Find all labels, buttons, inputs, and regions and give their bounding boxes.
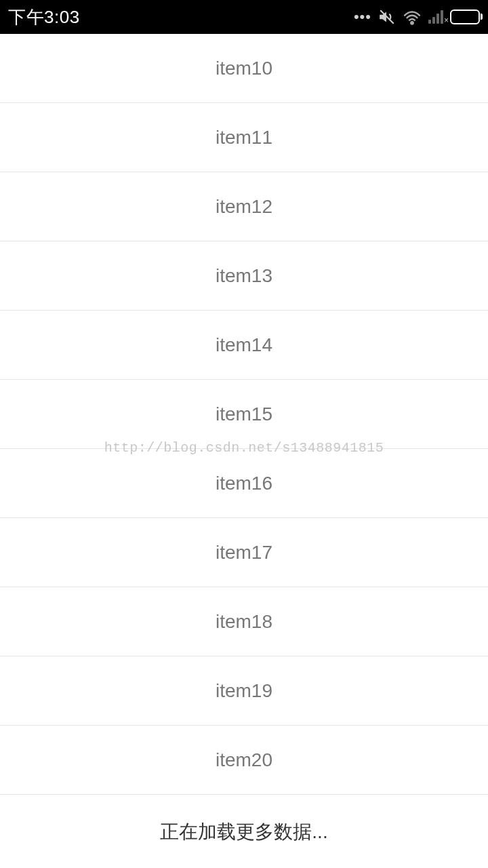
list-item-label: item16 bbox=[216, 473, 272, 494]
list-item[interactable]: item16 bbox=[0, 449, 488, 518]
list-item[interactable]: item13 bbox=[0, 241, 488, 311]
list-item-label: item20 bbox=[216, 749, 272, 771]
list-item-label: item11 bbox=[216, 127, 272, 149]
status-icons: ••• × bbox=[354, 8, 480, 26]
list-item-label: item10 bbox=[216, 58, 272, 79]
loading-footer: 正在加载更多数据... bbox=[0, 795, 488, 868]
list-item[interactable]: item10 bbox=[0, 34, 488, 103]
list-item-label: item18 bbox=[216, 611, 272, 633]
battery-icon bbox=[450, 9, 480, 24]
list-item[interactable]: item18 bbox=[0, 587, 488, 656]
list-item[interactable]: item12 bbox=[0, 172, 488, 241]
cellular-signal-icon: × bbox=[428, 10, 443, 24]
list-item-label: item12 bbox=[216, 196, 272, 218]
status-bar: 下午3:03 ••• × bbox=[0, 0, 488, 34]
list-item-label: item14 bbox=[216, 334, 272, 356]
list-item-label: item13 bbox=[216, 265, 272, 287]
more-icon: ••• bbox=[354, 8, 371, 26]
list-item-label: item15 bbox=[216, 403, 272, 425]
list-item[interactable]: item20 bbox=[0, 726, 488, 795]
list-item[interactable]: item15 bbox=[0, 380, 488, 449]
list-item[interactable]: item19 bbox=[0, 656, 488, 726]
svg-point-1 bbox=[411, 22, 413, 24]
list-item[interactable]: item17 bbox=[0, 518, 488, 587]
list-item-label: item19 bbox=[216, 680, 272, 702]
list-item[interactable]: item11 bbox=[0, 103, 488, 172]
list-item-label: item17 bbox=[216, 542, 272, 564]
loading-text: 正在加载更多数据... bbox=[160, 819, 327, 845]
list-item[interactable]: item14 bbox=[0, 311, 488, 380]
mute-icon bbox=[378, 8, 396, 26]
status-time: 下午3:03 bbox=[8, 5, 80, 29]
wifi-icon bbox=[403, 9, 422, 24]
item-list[interactable]: item10 item11 item12 item13 item14 item1… bbox=[0, 34, 488, 868]
